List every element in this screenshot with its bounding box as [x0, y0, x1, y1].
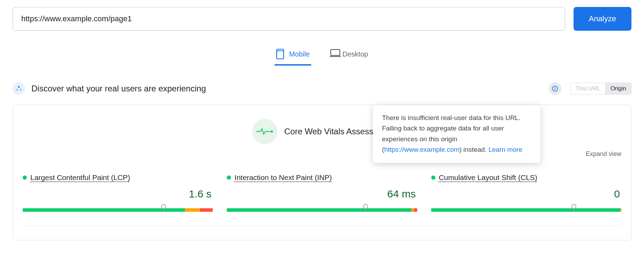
lcp-seg-bad [200, 208, 213, 212]
divider [23, 226, 621, 226]
mobile-icon [276, 49, 285, 59]
metric-cls-value: 0 [431, 188, 621, 200]
svg-rect-2 [331, 50, 340, 55]
lcp-seg-ok [185, 208, 200, 212]
scope-origin[interactable]: Origin [605, 83, 631, 94]
header-row: Analyze [13, 7, 631, 31]
status-dot-good [431, 175, 435, 180]
metric-lcp-bar [23, 205, 213, 212]
scope-this-url[interactable]: This URL [571, 83, 605, 94]
url-input[interactable] [13, 7, 565, 31]
pulse-icon [252, 119, 277, 144]
tab-mobile[interactable]: Mobile [275, 45, 311, 66]
inp-seg-ok [411, 208, 414, 212]
lcp-seg-good [23, 208, 185, 212]
inp-seg-bad [414, 208, 417, 212]
tooltip-learn-more-link[interactable]: Learn more [488, 146, 522, 153]
status-dot-good [227, 175, 231, 180]
expand-view-link[interactable]: Expand view [586, 150, 621, 158]
vitals-card: There is insufficient real-user data for… [13, 105, 631, 240]
svg-point-6 [20, 89, 22, 91]
metric-inp-value: 64 ms [227, 188, 417, 200]
tooltip-text-2: ) instead. [459, 146, 488, 153]
svg-point-5 [16, 89, 18, 91]
metric-lcp: Largest Contentful Paint (LCP) 1.6 s [23, 173, 213, 212]
crux-icon [13, 82, 25, 95]
desktop-icon [329, 49, 338, 59]
svg-rect-9 [555, 88, 555, 90]
metric-cls: Cumulative Layout Shift (CLS) 0 [431, 173, 621, 212]
section-header: Discover what your real users are experi… [13, 82, 631, 95]
metric-inp-name[interactable]: Interaction to Next Paint (INP) [234, 173, 332, 182]
svg-point-4 [18, 86, 20, 88]
info-icon[interactable] [549, 82, 561, 95]
tab-desktop-label: Desktop [343, 50, 368, 58]
inp-seg-good [227, 208, 411, 212]
metric-lcp-name[interactable]: Largest Contentful Paint (LCP) [30, 173, 130, 182]
metric-inp-bar [227, 205, 417, 212]
svg-point-8 [555, 87, 555, 88]
tooltip-origin-link[interactable]: https://www.example.com [384, 146, 459, 153]
cls-seg-good [431, 208, 621, 212]
inp-indicator [363, 204, 368, 209]
section-title: Discover what your real users are experi… [31, 84, 542, 93]
metric-cls-bar [431, 205, 621, 212]
analyze-button[interactable]: Analyze [574, 7, 631, 31]
metric-lcp-value: 1.6 s [23, 188, 213, 200]
status-dot-good [23, 175, 27, 180]
svg-point-11 [271, 130, 273, 133]
info-tooltip: There is insufficient real-user data for… [373, 105, 540, 163]
lcp-indicator [161, 204, 166, 209]
scope-toggle: This URL Origin [570, 83, 631, 95]
metric-cls-name[interactable]: Cumulative Layout Shift (CLS) [439, 173, 537, 182]
metric-inp: Interaction to Next Paint (INP) 64 ms [227, 173, 417, 212]
cls-seg-ok [620, 208, 621, 212]
device-tabs: Mobile Desktop [13, 45, 631, 66]
cls-indicator [571, 204, 576, 209]
tab-desktop[interactable]: Desktop [328, 45, 369, 66]
tab-mobile-label: Mobile [289, 50, 310, 58]
